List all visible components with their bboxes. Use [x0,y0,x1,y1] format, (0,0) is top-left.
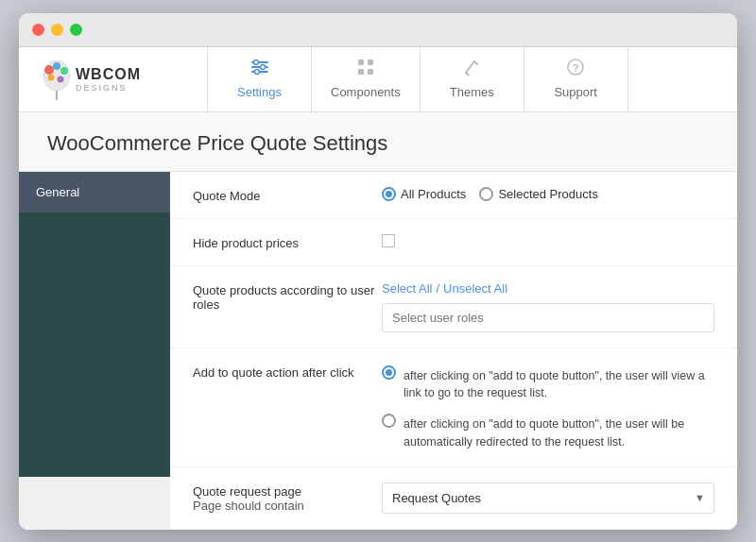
radio-circle-show-link[interactable] [382,365,396,380]
svg-rect-16 [368,69,373,75]
svg-line-18 [474,61,477,64]
tab-themes[interactable]: Themes [421,47,524,111]
settings-panel: Quote Mode All Products Selected Product… [170,172,737,530]
radio-all-products[interactable]: All Products [382,187,466,201]
hide-prices-control [382,234,714,247]
sidebar-item-general[interactable]: General [19,172,170,212]
quote-page-label: Quote request page Page should contain [193,483,382,513]
quote-mode-label: Quote Mode [193,187,382,203]
radio-circle-all [382,187,396,201]
tab-themes-label: Themes [450,85,494,99]
quote-mode-control: All Products Selected Products [382,187,714,201]
sidebar: General [19,172,170,530]
maximize-button[interactable] [70,24,82,36]
logo-sub: DESIGNS [76,83,141,93]
quote-page-label-line2: Page should contain [193,499,304,513]
setting-row-user-roles: Quote products according to user roles S… [170,266,737,348]
svg-rect-14 [368,59,373,65]
add-to-quote-label: Add to quote action after click [193,364,382,380]
radio-desc-item-2: after clicking on "add to quote button",… [382,412,714,451]
radio-circle-selected [479,187,493,201]
svg-point-12 [254,70,259,75]
svg-point-3 [60,67,68,75]
link-separator: / [436,281,439,296]
tab-support-label: Support [554,85,597,99]
svg-rect-13 [358,59,364,65]
tab-settings[interactable]: Settings [208,47,312,111]
setting-row-quote-mode: Quote Mode All Products Selected Product… [170,172,737,219]
svg-point-11 [260,65,265,70]
user-roles-label: Quote products according to user roles [193,281,382,312]
tab-components-label: Components [331,85,401,99]
components-icon [357,59,374,80]
svg-text:?: ? [573,62,579,74]
logo-area: WBCOM DESIGNS [19,47,208,111]
quote-page-control: Request Quotes ▼ [382,483,714,514]
logo-main: WBCOM [76,66,141,83]
setting-row-hide-prices: Hide product prices [170,219,737,266]
logo-text: WBCOM DESIGNS [76,66,141,93]
settings-icon [250,59,269,80]
svg-line-17 [466,61,474,73]
radio-desc-redirect: after clicking on "add to quote button",… [404,415,714,451]
setting-row-quote-page: Quote request page Page should contain R… [170,467,737,530]
svg-line-19 [466,73,469,76]
tab-components[interactable]: Components [312,47,421,111]
close-button[interactable] [32,24,44,36]
sidebar-remainder [19,212,170,477]
radio-selected-products[interactable]: Selected Products [479,187,598,201]
quote-page-select[interactable]: Request Quotes [382,483,714,514]
nav-tabs: Settings Components [208,47,737,111]
svg-point-2 [53,62,60,70]
hide-prices-label: Hide product prices [193,234,382,250]
quote-page-select-wrapper: Request Quotes ▼ [382,483,714,514]
radio-circle-redirect[interactable] [382,414,396,428]
svg-point-10 [253,60,258,65]
hide-prices-checkbox[interactable] [382,234,395,247]
user-roles-control: Select All / Unselect All [382,281,714,332]
quote-page-label-line1: Quote request page [193,484,301,499]
user-roles-input[interactable] [382,303,714,332]
unselect-all-link[interactable]: Unselect All [443,281,507,296]
tab-support[interactable]: ? Support [524,47,628,111]
tab-settings-label: Settings [237,85,282,99]
radio-all-label: All Products [401,187,466,201]
user-roles-links: Select All / Unselect All [382,281,714,296]
content-area: General Quote Mode All Products Selected… [19,172,737,530]
main-window: WBCOM DESIGNS Settings [19,13,737,530]
select-all-link[interactable]: Select All [382,281,432,296]
radio-desc-item-1: after clicking on "add to quote button",… [382,364,714,403]
svg-rect-15 [358,69,364,75]
setting-row-add-to-quote: Add to quote action after click after cl… [170,348,737,467]
titlebar [19,13,737,47]
page-title: WooCommerce Price Quote Settings [19,112,737,172]
radio-selected-label: Selected Products [498,187,598,201]
svg-point-4 [48,74,55,80]
traffic-lights [32,24,82,36]
logo-icon [38,59,76,100]
svg-point-5 [58,76,64,82]
minimize-button[interactable] [51,24,63,36]
svg-point-1 [44,65,54,75]
radio-desc-show-link: after clicking on "add to quote button",… [404,367,714,403]
support-icon: ? [567,59,584,80]
add-to-quote-control: after clicking on "add to quote button",… [382,364,714,451]
themes-icon [463,59,480,80]
header: WBCOM DESIGNS Settings [19,47,737,112]
